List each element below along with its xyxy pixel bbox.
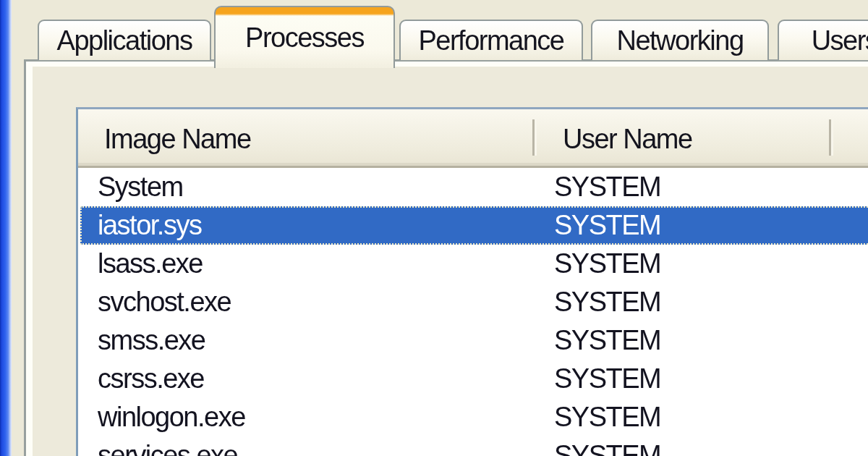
task-manager-window: Applications Processes Performance Netwo… [0, 0, 868, 456]
process-row[interactable]: winlogon.exe SYSTEM [80, 398, 868, 436]
process-row[interactable]: svchost.exe SYSTEM [80, 283, 868, 321]
process-row[interactable]: lsass.exe SYSTEM [80, 245, 868, 283]
process-user-name: SYSTEM [554, 283, 660, 321]
process-row[interactable]: System SYSTEM [80, 168, 868, 206]
process-image-name: iastor.sys [98, 206, 201, 245]
column-header-user-name[interactable]: User Name [563, 109, 692, 166]
process-image-name: csrss.exe [98, 360, 204, 398]
column-header-image-name[interactable]: Image Name [104, 109, 251, 166]
process-row[interactable]: iastor.sys SYSTEM [80, 206, 868, 245]
window-left-border [0, 0, 12, 456]
tab-users[interactable]: Users [778, 20, 868, 60]
process-image-name: winlogon.exe [98, 398, 245, 436]
process-list: Image Name User Name System SYSTEM iasto… [76, 107, 868, 456]
process-image-name: lsass.exe [98, 245, 203, 283]
process-user-name: SYSTEM [554, 245, 660, 283]
process-user-name: SYSTEM [554, 360, 660, 398]
process-rows: System SYSTEM iastor.sys SYSTEM lsass.ex… [80, 168, 868, 456]
process-row[interactable]: smss.exe SYSTEM [80, 321, 868, 360]
process-list-header: Image Name User Name [78, 109, 868, 168]
tab-applications[interactable]: Applications [38, 20, 211, 60]
process-user-name: SYSTEM [554, 436, 660, 456]
process-image-name: smss.exe [98, 321, 205, 360]
tab-networking[interactable]: Networking [591, 20, 769, 60]
process-user-name: SYSTEM [554, 168, 660, 206]
process-user-name: SYSTEM [554, 398, 660, 436]
process-image-name: svchost.exe [98, 283, 231, 321]
column-resize-handle[interactable] [829, 119, 831, 156]
process-row[interactable]: services.exe SYSTEM [80, 436, 868, 456]
process-user-name: SYSTEM [554, 321, 660, 360]
tab-processes[interactable]: Processes [214, 6, 395, 68]
process-user-name: SYSTEM [554, 206, 660, 245]
tab-performance[interactable]: Performance [399, 20, 583, 60]
process-row[interactable]: csrss.exe SYSTEM [80, 360, 868, 398]
process-image-name: services.exe [98, 436, 237, 456]
column-resize-handle[interactable] [532, 119, 535, 156]
process-image-name: System [98, 168, 183, 206]
